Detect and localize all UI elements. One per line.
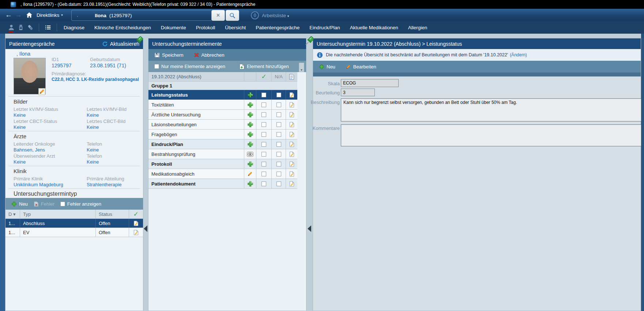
termintyp-column-header[interactable]: ✓ xyxy=(129,210,143,218)
element-add-cell[interactable] xyxy=(244,139,256,149)
element-checkbox-cell[interactable] xyxy=(256,179,272,188)
edit-assessment-button[interactable]: Bearbeiten xyxy=(346,64,376,70)
element-add-cell[interactable] xyxy=(244,110,256,119)
menu-item-aktuelle-medikationen[interactable]: Aktuelle Medikationen xyxy=(350,25,398,30)
collapse-left-panel-icon[interactable] xyxy=(144,225,147,232)
element-doc-cell[interactable] xyxy=(286,169,297,179)
element-doc-cell[interactable] xyxy=(286,120,297,129)
element-checkbox-cell[interactable] xyxy=(272,120,286,129)
element-add-cell[interactable] xyxy=(244,130,256,139)
termintyp-row[interactable]: 1...AbschlussOffen xyxy=(5,219,143,228)
element-add-cell[interactable] xyxy=(244,169,256,179)
info-field-value[interactable]: Keine xyxy=(14,159,87,165)
info-field-value[interactable]: Uniklinikum Magdeburg xyxy=(14,182,87,188)
menu-item-diagnose[interactable]: Diagnose xyxy=(64,25,84,30)
search-button[interactable] xyxy=(226,10,239,21)
add-element-button[interactable]: Element hinzufügen xyxy=(239,64,289,70)
element-checkbox-cell[interactable] xyxy=(272,159,286,169)
home-icon[interactable] xyxy=(26,12,33,18)
element-checkbox-cell[interactable] xyxy=(272,139,286,149)
element-row[interactable]: Fragebögen xyxy=(148,130,297,139)
element-checkbox-cell[interactable] xyxy=(272,90,286,100)
element-row[interactable]: Bestrahlungsprüfung xyxy=(148,149,297,159)
skala-input[interactable]: ECOG xyxy=(341,79,399,87)
element-checkbox-cell[interactable] xyxy=(256,139,272,149)
menu-item-übersicht[interactable]: Übersicht xyxy=(225,25,246,30)
menu-item-eindruck-plan[interactable]: Eindruck/Plan xyxy=(309,25,340,30)
patient-tab[interactable]: . Ilona (1295797) xyxy=(71,10,211,21)
termintyp-column-header[interactable]: Typ xyxy=(20,210,96,218)
element-doc-cell[interactable] xyxy=(286,159,297,169)
info-field-value[interactable]: Keine xyxy=(14,124,87,130)
info-field-value[interactable]: Keine xyxy=(87,147,142,153)
info-field-value[interactable]: Bahnsen, Jens xyxy=(14,147,87,153)
element-row[interactable]: Ärztliche Untersuchung xyxy=(148,110,297,120)
termintyp-cell[interactable] xyxy=(129,219,143,228)
element-checkbox-cell[interactable] xyxy=(256,159,272,169)
element-add-cell[interactable] xyxy=(244,120,256,129)
element-checkbox-cell[interactable] xyxy=(272,130,286,139)
element-checkbox-cell[interactable] xyxy=(272,149,286,159)
element-add-cell[interactable] xyxy=(244,149,256,159)
element-row[interactable]: Eindruck/Plan xyxy=(148,139,297,149)
medication-bottle-icon[interactable] xyxy=(18,24,24,31)
element-doc-cell[interactable] xyxy=(286,110,297,119)
element-add-cell[interactable] xyxy=(244,100,256,109)
element-row[interactable]: Medikationsabgleich xyxy=(148,169,297,179)
patient-id-value[interactable]: 1295797 xyxy=(52,63,72,68)
info-field-value[interactable]: Keine xyxy=(14,112,87,118)
direktlinks-dropdown[interactable]: Direktlinks ▾ xyxy=(37,12,63,18)
element-doc-cell[interactable] xyxy=(286,100,297,109)
element-row[interactable]: Protokoll xyxy=(148,159,297,169)
termintyp-row[interactable]: 1...EVOffen xyxy=(5,228,143,237)
menu-item-dokumente[interactable]: Dokumente xyxy=(161,25,186,30)
termintyp-new-button[interactable]: Neu xyxy=(11,201,28,207)
forward-icon[interactable]: → xyxy=(15,11,22,19)
termintyp-cell[interactable] xyxy=(129,228,143,237)
close-tab-button[interactable]: × xyxy=(211,10,225,21)
save-button[interactable]: Speichern xyxy=(154,52,184,58)
info-field-value[interactable]: Keine xyxy=(87,124,142,130)
edit-photo-pencil-icon[interactable] xyxy=(38,88,45,95)
element-doc-cell[interactable] xyxy=(286,149,297,159)
new-assessment-button[interactable]: Neu xyxy=(319,64,335,70)
element-doc-cell[interactable] xyxy=(286,90,297,100)
info-field-value[interactable]: Strahlentherapie xyxy=(87,182,142,188)
element-row[interactable]: Läsionsbeurteilungen xyxy=(148,120,297,130)
element-add-cell[interactable] xyxy=(244,179,256,188)
list-menu-icon[interactable] xyxy=(44,24,52,31)
info-field-value[interactable]: Keine xyxy=(87,112,142,118)
only-my-elements-checkbox[interactable]: Nur meine Elemente anzeigen xyxy=(154,64,225,69)
menu-item-protokoll[interactable]: Protokoll xyxy=(196,25,215,30)
pin-icon[interactable] xyxy=(132,35,144,47)
diagnosis-value[interactable]: C22.0, HCC 3. LK-Rezidiv paraösophageal xyxy=(52,77,141,82)
element-checkbox-cell[interactable] xyxy=(272,179,286,188)
kommentare-textarea[interactable] xyxy=(341,124,641,146)
patient-icon[interactable] xyxy=(8,24,15,31)
right-panel-edge-bar[interactable] xyxy=(641,38,644,311)
termintyp-error-button[interactable]: Fehler xyxy=(34,201,54,207)
element-doc-cell[interactable] xyxy=(286,139,297,149)
info-change-link[interactable]: (Ändern) xyxy=(510,52,527,57)
element-checkbox-cell[interactable] xyxy=(256,110,272,119)
element-checkbox-cell[interactable] xyxy=(256,169,272,179)
collapse-middle-panel-icon[interactable] xyxy=(308,225,311,232)
element-doc-cell[interactable] xyxy=(286,179,297,188)
show-errors-checkbox[interactable]: Fehler anzeigen xyxy=(60,201,101,207)
pill-icon[interactable] xyxy=(27,24,34,31)
scrollbar[interactable]: ▼ xyxy=(299,63,304,72)
termintyp-column-header[interactable]: D ▾ xyxy=(5,210,20,218)
element-checkbox-cell[interactable] xyxy=(256,120,272,129)
beschreibung-textarea[interactable]: Kann sich nur begrenzt selbst versorgen,… xyxy=(341,98,641,121)
element-checkbox-cell[interactable] xyxy=(272,169,286,179)
element-row[interactable]: Patientendokument xyxy=(148,179,297,189)
menu-item-klinische-entscheidungen[interactable]: Klinische Entscheidungen xyxy=(94,25,151,30)
element-checkbox-cell[interactable] xyxy=(272,100,286,109)
info-field-value[interactable]: Keine xyxy=(87,159,142,165)
element-add-cell[interactable] xyxy=(244,90,256,100)
element-checkbox-cell[interactable] xyxy=(272,110,286,119)
element-doc-cell[interactable] xyxy=(286,130,297,139)
pin-icon[interactable] xyxy=(303,35,315,47)
element-checkbox-cell[interactable] xyxy=(256,90,272,100)
menu-item-allergien[interactable]: Allergien xyxy=(408,25,428,30)
